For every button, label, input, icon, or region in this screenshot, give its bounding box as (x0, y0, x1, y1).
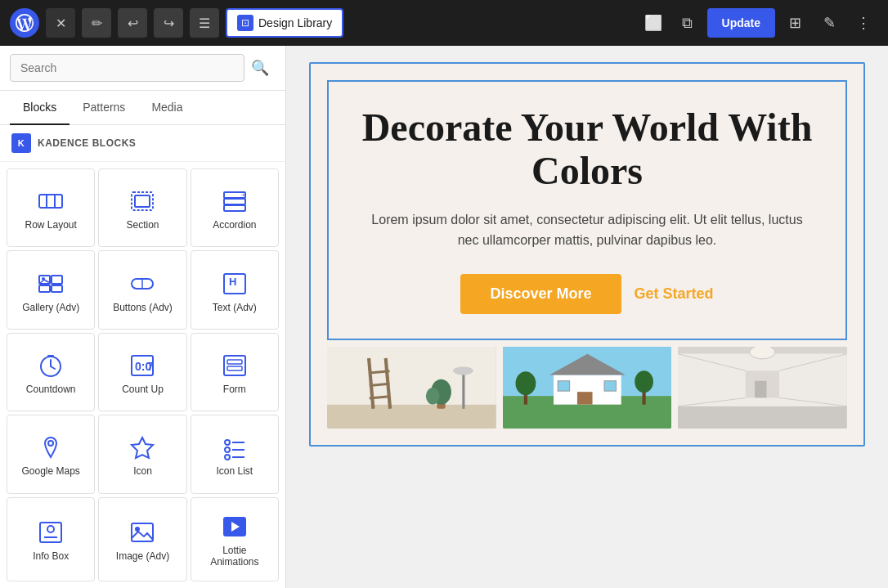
svg-rect-53 (462, 370, 464, 408)
gallery-icon (38, 271, 64, 297)
block-item-info-box[interactable]: Info Box (7, 497, 95, 581)
svg-point-40 (135, 527, 140, 532)
svg-rect-26 (227, 360, 242, 364)
sidebar-toggle-button[interactable]: ⊞ (780, 8, 810, 38)
search-bar: 🔍 (0, 46, 285, 91)
svg-rect-0 (39, 195, 62, 208)
kadence-label: KADENCE BLOCKS (38, 137, 136, 149)
svg-point-30 (225, 440, 230, 445)
block-label-info-box: Info Box (33, 550, 69, 562)
editor-button[interactable]: ✎ (814, 8, 844, 38)
hero-subtitle: Lorem ipsum dolor sit amet, consectetur … (361, 209, 813, 251)
row-layout-icon (38, 188, 64, 214)
svg-point-28 (48, 441, 53, 446)
tab-patterns[interactable]: Patterns (70, 91, 138, 125)
block-item-gallery[interactable]: Gallery (Adv) (7, 250, 95, 329)
block-label-buttons: Buttons (Adv) (113, 302, 173, 313)
hero-block: Decorate Your World With Colors Lorem ip… (327, 80, 847, 340)
external-link-button[interactable]: ⧉ (673, 8, 702, 38)
block-item-text[interactable]: H Text (Adv) (191, 250, 279, 329)
list-view-button[interactable]: ☰ (190, 8, 219, 38)
svg-rect-25 (224, 356, 245, 375)
svg-rect-62 (604, 381, 616, 391)
svg-point-37 (47, 526, 54, 532)
close-button[interactable]: ✕ (46, 8, 75, 38)
svg-point-72 (750, 347, 775, 359)
countdown-icon (38, 352, 64, 379)
svg-line-20 (51, 366, 55, 369)
block-item-accordion[interactable]: + Accordion (191, 168, 279, 247)
block-item-section[interactable]: Section (98, 168, 186, 247)
block-label-lottie: Lottie Animations (198, 545, 271, 568)
buttons-icon (129, 271, 155, 297)
update-button[interactable]: Update (707, 8, 775, 38)
desktop-view-button[interactable]: ⬜ (639, 8, 668, 38)
block-label-gallery: Gallery (Adv) (22, 302, 79, 313)
svg-text:+: + (241, 191, 245, 199)
block-item-row-layout[interactable]: Row Layout (7, 168, 95, 247)
svg-rect-61 (558, 381, 569, 391)
svg-text:7: 7 (147, 360, 154, 373)
top-bar: ✕ ✏ ↩ ↪ ☰ Design Library ⬜ ⧉ Update ⊞ ✎ … (0, 0, 888, 46)
design-library-button[interactable]: Design Library (226, 8, 343, 38)
wordpress-logo[interactable] (10, 8, 39, 38)
main-layout: 🔍 Blocks Patterns Media K KADENCE BLOCKS… (0, 46, 888, 588)
block-label-icon: Icon (133, 465, 152, 477)
gallery-image-3 (678, 347, 847, 429)
countup-icon: 0:0 7 (129, 352, 155, 379)
block-item-countdown[interactable]: Countdown (7, 333, 95, 411)
svg-point-54 (453, 366, 473, 375)
tools-button[interactable]: ✏ (82, 8, 111, 38)
accordion-icon: + (222, 188, 248, 214)
block-item-icon[interactable]: Icon (98, 415, 186, 493)
gallery-image-2 (503, 347, 672, 429)
redo-button[interactable]: ↪ (154, 8, 183, 38)
search-input[interactable] (10, 54, 244, 82)
search-button[interactable]: 🔍 (244, 56, 276, 80)
block-label-google-maps: Google Maps (21, 465, 79, 477)
sidebar: 🔍 Blocks Patterns Media K KADENCE BLOCKS… (0, 46, 286, 588)
get-started-button[interactable]: Get Started (635, 285, 714, 303)
block-item-image[interactable]: Image (Adv) (98, 497, 186, 581)
page-wrapper: Decorate Your World With Colors Lorem ip… (309, 62, 865, 447)
undo-button[interactable]: ↩ (118, 8, 147, 38)
block-item-google-maps[interactable]: Google Maps (7, 415, 95, 493)
more-options-button[interactable]: ⋮ (849, 8, 878, 38)
svg-rect-10 (52, 276, 62, 284)
content-area: Decorate Your World With Colors Lorem ip… (286, 46, 888, 588)
gallery-image-1 (327, 347, 496, 429)
kadence-header: K KADENCE BLOCKS (0, 125, 285, 162)
svg-rect-60 (577, 392, 593, 405)
design-library-icon (237, 15, 253, 31)
hero-title: Decorate Your World With Colors (361, 106, 813, 193)
svg-point-52 (426, 388, 440, 405)
image-icon (129, 519, 155, 545)
block-item-icon-list[interactable]: Icon List (191, 415, 279, 493)
block-item-buttons[interactable]: Buttons (Adv) (98, 250, 186, 329)
block-label-row-layout: Row Layout (25, 219, 76, 231)
block-label-text: Text (Adv) (213, 302, 257, 313)
block-item-countup[interactable]: 0:0 7 Count Up (98, 333, 186, 411)
block-label-countdown: Countdown (26, 384, 76, 395)
top-bar-right: ⬜ ⧉ Update ⊞ ✎ ⋮ (639, 8, 878, 38)
lottie-icon (222, 514, 248, 540)
svg-rect-78 (755, 381, 766, 398)
discover-more-button[interactable]: Discover More (460, 274, 621, 314)
svg-point-66 (635, 370, 653, 393)
svg-rect-27 (227, 366, 242, 370)
svg-marker-29 (132, 438, 153, 458)
hero-buttons: Discover More Get Started (361, 274, 813, 314)
design-library-label: Design Library (258, 16, 332, 29)
block-label-icon-list: Icon List (216, 465, 253, 477)
block-label-form: Form (223, 384, 246, 395)
svg-point-64 (515, 371, 536, 395)
tab-media[interactable]: Media (138, 91, 195, 125)
block-label-accordion: Accordion (213, 219, 256, 231)
block-item-lottie[interactable]: Lottie Animations (191, 497, 279, 581)
svg-rect-7 (224, 205, 245, 211)
svg-rect-68 (678, 406, 847, 429)
block-item-form[interactable]: Form (191, 333, 279, 411)
tab-blocks[interactable]: Blocks (10, 91, 70, 125)
image-row (327, 347, 847, 429)
block-label-countup: Count Up (122, 384, 164, 395)
